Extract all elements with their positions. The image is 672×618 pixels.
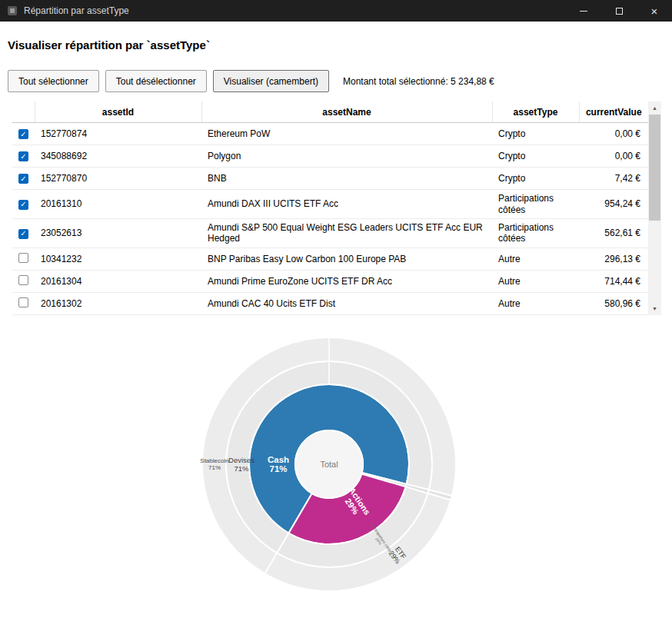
scroll-up-icon: ▲ [652,105,657,111]
row-checkbox[interactable] [18,297,28,307]
minimize-icon [580,11,587,12]
cell-assetid: 152770874 [35,123,201,145]
row-checkbox[interactable] [18,253,28,263]
cell-checkbox [12,248,35,270]
cell-assetid: 20161310 [35,190,201,219]
cell-assettype: Crypto [492,145,579,168]
cell-currentvalue: 954,24 € [579,190,648,219]
table-row[interactable]: ✓152770870BNBCrypto7,42 € [12,168,648,190]
cell-currentvalue: 7,42 € [579,168,648,190]
cell-assetid: 10341232 [35,248,201,270]
asset-table-grid: assetIdassetNameassetTypecurrentValue ✓1… [12,101,648,315]
cell-assetname: Amundi Prime EuroZone UCITS ETF DR Acc [201,270,492,292]
window-title: Répartition par assetType [24,5,129,16]
cell-assetname: Amundi S&P 500 Equal Weight ESG Leaders … [201,218,492,248]
cell-checkbox: ✓ [12,168,35,190]
column-header-assetid[interactable]: assetId [35,101,201,123]
cell-assettype: Participations côtées [492,218,579,248]
scrollbar-thumb[interactable] [649,115,660,221]
cell-currentvalue: 562,61 € [579,218,648,248]
window-content: Visualiser répartition par `assetType` T… [0,38,672,595]
cell-assettype: Participations côtées [492,190,579,219]
cell-checkbox: ✓ [12,218,35,248]
maximize-icon [616,8,623,15]
column-header-assetname[interactable]: assetName [201,101,492,123]
total-selected-label: Montant total sélectionné: 5 234,88 € [343,76,494,87]
cell-checkbox: ✓ [12,190,35,219]
deselect-all-button[interactable]: Tout désélectionner [105,70,207,92]
titlebar: Répartition par assetType × [0,0,672,22]
cell-assettype: Autre [492,248,579,270]
table-row[interactable]: ✓23052613Amundi S&P 500 Equal Weight ESG… [12,218,648,248]
cell-assetid: 23052613 [35,218,201,248]
scroll-down-icon: ▼ [652,306,657,311]
cell-assettype: Autre [492,270,579,292]
sunburst-label-cash: Cash71% [268,455,289,474]
asset-table-header: assetIdassetNameassetTypecurrentValue [12,101,648,123]
cell-currentvalue: 0,00 € [579,145,648,168]
asset-table-body: ✓152770874Ethereum PoWCrypto0,00 €✓34508… [12,123,648,315]
table-row[interactable]: ✓345088692PolygonCrypto0,00 € [12,145,648,168]
row-checkbox[interactable]: ✓ [18,129,28,139]
cell-assetname: Ethereum PoW [201,123,492,145]
table-row[interactable]: 20161302Amundi CAC 40 Ucits ETF DistAutr… [12,292,648,314]
row-checkbox[interactable]: ✓ [18,229,28,239]
cell-checkbox [12,292,35,314]
scroll-up-button[interactable]: ▲ [648,101,661,115]
table-row[interactable]: ✓20161310Amundi DAX III UCITS ETF AccPar… [12,190,648,219]
cell-assettype: Autre [492,292,579,314]
cell-assetname: Amundi CAC 40 Ucits ETF Dist [201,292,492,314]
sunburst-chart: TotalCash71%Actions29%Devises71%Particip… [198,334,460,595]
cell-assetid: 345088692 [35,145,201,168]
window-controls: × [566,0,672,22]
cell-assetid: 20161302 [35,292,201,314]
visualize-button[interactable]: Visualiser (camembert) [213,70,329,92]
row-checkbox[interactable]: ✓ [18,174,28,184]
cell-assetname: BNB [201,168,492,190]
minimize-button[interactable] [566,0,601,22]
column-header-currentvalue[interactable]: currentValue [579,101,648,123]
cell-assetid: 20161304 [35,270,201,292]
row-checkbox[interactable]: ✓ [18,151,28,161]
cell-currentvalue: 296,13 € [579,248,648,270]
cell-assetname: BNP Paribas Easy Low Carbon 100 Europe P… [201,248,492,270]
column-header-checkbox [12,101,35,123]
cell-checkbox: ✓ [12,123,35,145]
row-checkbox[interactable]: ✓ [18,200,28,210]
table-row[interactable]: 20161304Amundi Prime EuroZone UCITS ETF … [12,270,648,292]
cell-assettype: Crypto [492,123,579,145]
table-row[interactable]: ✓152770874Ethereum PoWCrypto0,00 € [12,123,648,145]
table-scrollbar[interactable]: ▲ ▼ [648,101,661,315]
maximize-button[interactable] [601,0,637,22]
page-title: Visualiser répartition par `assetType` [8,38,672,52]
cell-checkbox [12,270,35,292]
table-row[interactable]: 10341232BNP Paribas Easy Low Carbon 100 … [12,248,648,270]
cell-assettype: Crypto [492,168,579,190]
cell-currentvalue: 0,00 € [579,123,648,145]
asset-table: assetIdassetNameassetTypecurrentValue ✓1… [12,101,661,315]
sunburst-center-label: Total [320,460,338,469]
column-header-assettype[interactable]: assetType [492,101,579,123]
cell-currentvalue: 580,96 € [579,292,648,314]
close-icon: × [651,5,658,17]
scroll-down-button[interactable]: ▼ [648,302,661,315]
app-window: Répartition par assetType × Visualiser r… [0,0,672,595]
cell-assetname: Amundi DAX III UCITS ETF Acc [201,190,492,219]
cell-currentvalue: 714,44 € [579,270,648,292]
toolbar: Tout sélectionner Tout désélectionner Vi… [8,70,672,92]
cell-checkbox: ✓ [12,145,35,168]
cell-assetid: 152770870 [35,168,201,190]
chart-area: TotalCash71%Actions29%Devises71%Particip… [198,334,460,595]
cell-assetname: Polygon [201,145,492,168]
select-all-button[interactable]: Tout sélectionner [8,70,99,92]
close-button[interactable]: × [637,0,672,22]
row-checkbox[interactable] [18,275,28,285]
app-icon [7,5,18,16]
